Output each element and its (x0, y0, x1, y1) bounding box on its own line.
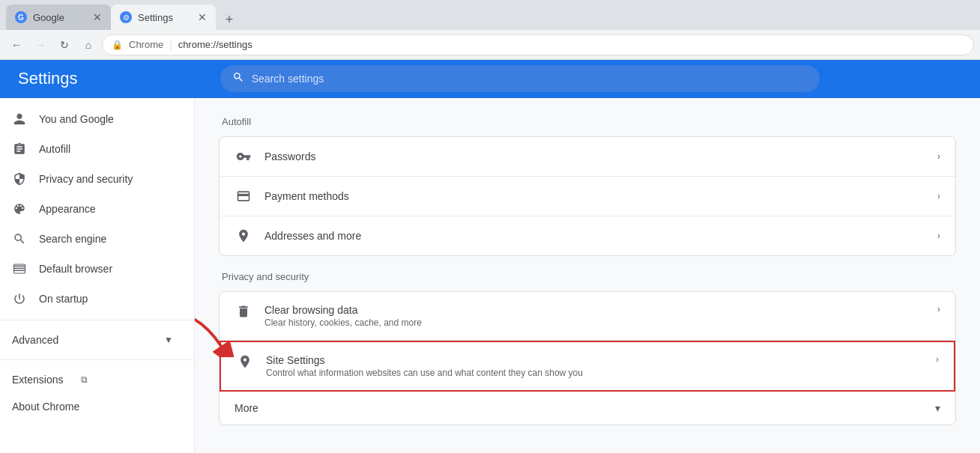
delete-icon (235, 304, 252, 319)
sidebar-divider (0, 320, 194, 320)
payment-methods-arrow: › (937, 191, 940, 201)
settings-title: Settings (18, 69, 78, 88)
sidebar-item-appearance-label: Appearance (39, 203, 96, 215)
sidebar: You and Google Autofill Privacy and secu… (0, 98, 195, 453)
sidebar-advanced[interactable]: Advanced ▼ (0, 326, 185, 353)
home-button[interactable]: ⌂ (78, 34, 99, 55)
address-bar[interactable]: 🔒 Chrome | chrome://settings (102, 34, 974, 55)
addresses-arrow: › (937, 231, 940, 241)
sidebar-item-appearance[interactable]: Appearance (0, 194, 185, 224)
settings-tab-label: Settings (138, 12, 173, 23)
site-settings-sub: Control what information websites can us… (266, 368, 924, 378)
external-link-icon: ⧉ (81, 374, 88, 385)
clear-browsing-label: Clear browsing data (264, 304, 925, 316)
search-bar-wrapper (78, 65, 963, 92)
more-label: More (235, 402, 258, 414)
settings-page: Settings You and Google (0, 60, 980, 453)
payment-methods-item[interactable]: Payment methods › (220, 177, 955, 216)
url-display: chrome://settings (178, 39, 252, 50)
google-favicon: G (15, 11, 27, 23)
search-icon (232, 71, 244, 86)
sidebar-item-about[interactable]: About Chrome (0, 393, 194, 420)
search-bar[interactable] (220, 65, 820, 92)
lock-icon: 🔒 (112, 40, 123, 50)
sidebar-item-default-browser-label: Default browser (39, 263, 112, 275)
sidebar-item-you-and-google-label: You and Google (39, 113, 114, 125)
browser-chrome: G Google ✕ ⚙ Settings ✕ + ← → ↻ ⌂ 🔒 Chro… (0, 0, 980, 60)
passwords-item[interactable]: Passwords › (220, 137, 955, 177)
credit-card-icon (235, 189, 252, 204)
new-tab-button[interactable]: + (219, 9, 240, 30)
search-engine-icon (12, 231, 27, 246)
sidebar-advanced-label: Advanced (12, 334, 58, 346)
refresh-button[interactable]: ↻ (54, 34, 75, 55)
settings-header: Settings (0, 60, 980, 98)
nav-bar: ← → ↻ ⌂ 🔒 Chrome | chrome://settings (0, 30, 980, 60)
search-input[interactable] (252, 73, 808, 85)
browser-icon (12, 261, 27, 276)
sidebar-item-privacy[interactable]: Privacy and security (0, 164, 185, 194)
site-settings-item[interactable]: Site Settings Control what information w… (220, 341, 955, 392)
svg-text:G: G (18, 13, 24, 22)
assignment-icon (12, 142, 27, 156)
passwords-arrow: › (937, 151, 940, 162)
clear-browsing-item[interactable]: Clear browsing data Clear history, cooki… (220, 292, 955, 341)
sidebar-item-privacy-label: Privacy and security (39, 173, 133, 185)
addresses-label: Addresses and more (264, 230, 925, 242)
privacy-section: Privacy and security Clear browsing data… (219, 271, 956, 425)
shield-icon (12, 171, 27, 186)
settings-tab[interactable]: ⚙ Settings ✕ (111, 4, 216, 30)
tab-bar: G Google ✕ ⚙ Settings ✕ + (0, 0, 980, 30)
sidebar-item-extensions[interactable]: Extensions ⧉ (0, 366, 194, 393)
sidebar-item-on-startup-label: On startup (39, 293, 88, 305)
extensions-label: Extensions (12, 374, 63, 386)
sidebar-divider-2 (0, 359, 194, 360)
svg-text:⚙: ⚙ (123, 13, 130, 22)
passwords-label: Passwords (264, 151, 925, 162)
sidebar-item-search-engine[interactable]: Search engine (0, 224, 185, 254)
chevron-down-more-icon: ▾ (935, 402, 940, 414)
sidebar-item-on-startup[interactable]: On startup (0, 284, 185, 314)
location-icon (235, 228, 252, 243)
privacy-section-title: Privacy and security (219, 271, 956, 282)
sidebar-item-autofill[interactable]: Autofill (0, 134, 185, 164)
site-settings-icon (236, 354, 254, 369)
addresses-item[interactable]: Addresses and more › (220, 216, 955, 255)
autofill-section: Autofill Passwords › (219, 116, 956, 256)
main-content: Autofill Passwords › (195, 98, 980, 453)
site-settings-arrow: › (936, 354, 939, 365)
chevron-down-icon: ▼ (164, 335, 173, 345)
google-tab[interactable]: G Google ✕ (6, 4, 111, 30)
sidebar-item-autofill-label: Autofill (39, 143, 70, 155)
google-tab-close[interactable]: ✕ (93, 11, 102, 23)
more-row[interactable]: More ▾ (220, 392, 955, 425)
settings-tab-close[interactable]: ✕ (198, 11, 207, 23)
google-tab-label: Google (33, 12, 64, 23)
palette-icon (12, 201, 27, 216)
forward-button[interactable]: → (30, 34, 51, 55)
payment-methods-label: Payment methods (264, 190, 925, 202)
person-icon (12, 112, 27, 127)
back-button[interactable]: ← (6, 34, 27, 55)
autofill-card: Passwords › Payment methods › (219, 136, 956, 256)
site-name: Chrome (129, 39, 163, 50)
sidebar-item-default-browser[interactable]: Default browser (0, 254, 185, 284)
autofill-section-title: Autofill (219, 116, 956, 127)
settings-body: You and Google Autofill Privacy and secu… (0, 98, 980, 453)
about-chrome-label: About Chrome (12, 401, 79, 413)
clear-browsing-arrow: › (937, 304, 940, 314)
site-settings-label: Site Settings (266, 354, 924, 366)
power-icon (12, 291, 27, 306)
sidebar-item-you-and-google[interactable]: You and Google (0, 104, 185, 134)
privacy-card: Clear browsing data Clear history, cooki… (219, 291, 956, 425)
settings-favicon: ⚙ (120, 11, 132, 23)
clear-browsing-sub: Clear history, cookies, cache, and more (264, 317, 925, 328)
sidebar-item-search-engine-label: Search engine (39, 233, 106, 245)
key-icon (235, 149, 252, 164)
